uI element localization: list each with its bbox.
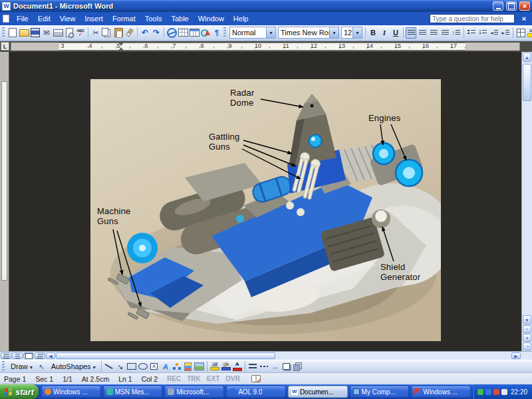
bold-button[interactable]: B: [368, 27, 378, 38]
web-layout-view-button[interactable]: [12, 352, 23, 359]
select-browse-object-icon[interactable]: ●: [523, 334, 531, 342]
align-center-button[interactable]: [417, 27, 428, 39]
chevron-down-icon[interactable]: [352, 27, 362, 38]
previous-page-icon[interactable]: «: [523, 325, 531, 333]
show-hide-button[interactable]: [211, 27, 222, 39]
draw-menu-button[interactable]: Draw: [7, 362, 36, 371]
start-button[interactable]: start: [0, 384, 39, 399]
menu-window[interactable]: Window: [194, 13, 229, 25]
font-size-combo[interactable]: 12: [341, 27, 362, 39]
document-image[interactable]: Radar Dome Engines Gattling Guns Machine…: [90, 79, 441, 341]
dash-style-button[interactable]: [259, 361, 269, 372]
cut-button[interactable]: [90, 27, 101, 39]
task-button-active[interactable]: Documen...: [288, 386, 348, 398]
oval-button[interactable]: [138, 361, 148, 372]
status-flag-rec[interactable]: REC: [167, 375, 181, 382]
vertical-scroll-track[interactable]: [523, 63, 531, 315]
numbering-button[interactable]: [466, 27, 477, 39]
line-spacing-button[interactable]: [451, 27, 462, 39]
shadow-style-button[interactable]: [281, 361, 292, 372]
align-right-button[interactable]: [428, 27, 439, 39]
insert-picture-button[interactable]: [194, 361, 205, 372]
line-color-button[interactable]: [221, 361, 231, 372]
status-flag-ovr[interactable]: OVR: [225, 375, 240, 382]
spelling-status-icon[interactable]: [251, 375, 261, 382]
paste-button[interactable]: [113, 27, 124, 39]
style-combo[interactable]: Normal: [229, 27, 276, 39]
word-art-button[interactable]: [160, 361, 171, 372]
menu-edit[interactable]: Edit: [33, 13, 55, 25]
fill-color-button[interactable]: [209, 361, 220, 372]
menu-format[interactable]: Format: [108, 13, 140, 25]
scroll-right-icon[interactable]: ▶: [511, 352, 521, 359]
diagram-button[interactable]: [172, 361, 182, 372]
line-style-button[interactable]: [247, 361, 258, 372]
line-button[interactable]: [104, 361, 114, 372]
vertical-scroll-thumb[interactable]: [523, 64, 531, 101]
menu-table[interactable]: Table: [166, 13, 193, 25]
task-button[interactable]: Microsoft...: [164, 386, 224, 398]
close-button[interactable]: [519, 1, 530, 11]
select-objects-button[interactable]: [37, 361, 47, 372]
question-input[interactable]: [430, 14, 515, 23]
task-button[interactable]: AOL 9.0: [226, 386, 286, 398]
rectangle-button[interactable]: [126, 361, 137, 372]
open-button[interactable]: [19, 27, 29, 39]
word-app-icon[interactable]: [2, 2, 11, 11]
spelling-button[interactable]: [75, 27, 86, 39]
tray-icon[interactable]: [477, 389, 483, 395]
three-d-style-button[interactable]: [293, 361, 303, 372]
italic-button[interactable]: I: [379, 27, 390, 38]
normal-view-button[interactable]: [1, 352, 11, 359]
copy-button[interactable]: [102, 27, 112, 39]
status-flag-trk[interactable]: TRK: [187, 375, 201, 382]
font-combo[interactable]: Times New Roman: [278, 27, 339, 39]
outside-border-button[interactable]: [515, 27, 526, 39]
undo-button[interactable]: [140, 27, 150, 39]
minimize-button[interactable]: [493, 1, 503, 11]
insert-table-button[interactable]: [189, 27, 200, 39]
print-button[interactable]: [53, 27, 63, 39]
toolbar-grip[interactable]: [2, 27, 5, 38]
status-flag-ext[interactable]: EXT: [207, 375, 219, 382]
chevron-down-icon[interactable]: [329, 27, 338, 38]
font-color-button[interactable]: [232, 361, 243, 372]
scroll-down-icon[interactable]: ▼: [523, 315, 531, 325]
close-document-icon[interactable]: ×: [519, 14, 529, 24]
new-document-button[interactable]: [7, 27, 18, 39]
task-button[interactable]: Windows ...: [41, 386, 101, 398]
underline-button[interactable]: U: [390, 27, 401, 38]
tables-and-borders-button[interactable]: [178, 27, 188, 39]
horizontal-scroll-thumb[interactable]: [56, 352, 275, 359]
first-line-indent-marker[interactable]: [118, 43, 124, 46]
format-painter-button[interactable]: [124, 27, 135, 39]
outline-view-button[interactable]: [35, 352, 45, 359]
drawing-toolbar-button[interactable]: [200, 27, 211, 39]
hanging-indent-marker[interactable]: [118, 47, 124, 51]
menu-help[interactable]: Help: [229, 13, 253, 25]
arrow-button[interactable]: [115, 361, 126, 372]
email-button[interactable]: [41, 27, 52, 39]
vertical-scrollbar[interactable]: ▲ ▼ « ● «: [521, 52, 532, 351]
arrow-style-button[interactable]: [270, 361, 281, 372]
horizontal-scroll-track[interactable]: [276, 352, 511, 359]
vertical-ruler[interactable]: [0, 52, 9, 351]
scroll-up-icon[interactable]: ▲: [523, 53, 531, 62]
decrease-indent-button[interactable]: [489, 27, 499, 39]
insert-hyperlink-button[interactable]: [166, 27, 177, 39]
save-button[interactable]: [30, 27, 41, 39]
toolbar-grip[interactable]: [2, 361, 5, 372]
menu-insert[interactable]: Insert: [80, 13, 108, 25]
print-layout-view-button[interactable]: [23, 352, 34, 359]
autoshapes-menu-button[interactable]: AutoShapes: [48, 362, 99, 371]
align-left-button[interactable]: [406, 27, 416, 39]
text-box-button[interactable]: [149, 361, 160, 372]
tray-icon[interactable]: [501, 389, 507, 395]
task-button[interactable]: MSN Mes...: [103, 386, 163, 398]
menu-file[interactable]: File: [12, 13, 33, 25]
increase-indent-button[interactable]: [500, 27, 511, 39]
justify-button[interactable]: [440, 27, 450, 39]
print-preview-button[interactable]: [64, 27, 74, 39]
chevron-down-icon[interactable]: [266, 27, 275, 38]
menu-tools[interactable]: Tools: [140, 13, 167, 25]
